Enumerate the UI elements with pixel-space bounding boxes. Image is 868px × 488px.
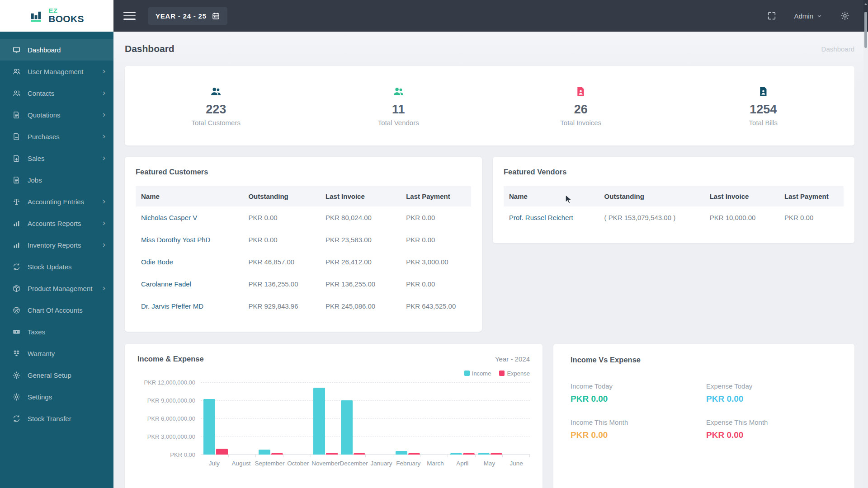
sidebar-item-user-management[interactable]: User Management › [0, 61, 113, 82]
fiscal-year-selector[interactable]: YEAR - 24 - 25 [148, 7, 227, 25]
y-axis-label: PKR 9,000,000.00 [147, 397, 195, 404]
sidebar-item-contacts[interactable]: Contacts › [0, 82, 113, 104]
sync-arrows-icon [12, 263, 21, 271]
sidebar-item-accounts-reports[interactable]: Accounts Reports › [0, 212, 113, 234]
calendar-icon [212, 12, 220, 20]
chevron-right-icon: › [103, 131, 105, 141]
x-axis-label: October [284, 460, 311, 467]
sidebar-item-sales[interactable]: Sales › [0, 147, 113, 169]
customer-link[interactable]: Nicholas Casper V [141, 214, 197, 221]
sidebar-item-label: Inventory Reports [28, 241, 81, 249]
table-header-row: Name Outstanding Last Invoice Last Payme… [504, 186, 844, 206]
gridline [201, 400, 530, 401]
chevron-right-icon: › [103, 283, 105, 293]
sidebar-item-general-setup[interactable]: General Setup [0, 364, 113, 386]
stat-value: 1254 [672, 103, 855, 117]
sidebar-item-label: Accounts Reports [28, 220, 81, 227]
table-row[interactable]: Prof. Russel Reichert ( PKR 153,079,543.… [504, 206, 844, 229]
column-header: Name [504, 186, 599, 206]
table-row[interactable]: Nicholas Casper V PKR 0.00 PKR 80,024.00… [136, 206, 471, 229]
app-window: EZ BOOKS Dashboard User Management › Con… [0, 0, 868, 488]
table-row[interactable]: Dr. Jarvis Pfeffer MD PKR 929,843.96 PKR… [136, 295, 471, 317]
legend-item-expense[interactable]: Expense [499, 370, 530, 377]
last-invoice-cell: PKR 80,024.00 [320, 206, 401, 229]
fullscreen-icon[interactable] [767, 11, 777, 21]
column-header: Last Invoice [320, 186, 401, 206]
sidebar-item-jobs[interactable]: Jobs [0, 169, 113, 191]
last-invoice-cell: PKR 136,255.00 [320, 273, 401, 295]
sidebar-item-chart-of-accounts[interactable]: Chart Of Accounts [0, 299, 113, 321]
sidebar-item-stock-transfer[interactable]: Stock Transfer [0, 408, 113, 429]
dropbox-icon [12, 349, 21, 358]
last-invoice-cell: PKR 26,412.00 [320, 251, 401, 273]
app-logo[interactable]: EZ BOOKS [0, 0, 113, 32]
customer-link[interactable]: Miss Dorothy Yost PhD [141, 236, 210, 244]
sidebar-item-label: User Management [28, 68, 83, 75]
bar-income [313, 388, 325, 455]
sidebar-item-product-management[interactable]: Product Management › [0, 277, 113, 299]
sidebar-item-warranty[interactable]: Warranty [0, 343, 113, 364]
menu-toggle-button[interactable] [123, 9, 136, 22]
sidebar-item-dashboard[interactable]: Dashboard [0, 39, 113, 61]
card-title: Featured Vendors [504, 168, 844, 176]
customer-link[interactable]: Dr. Jarvis Pfeffer MD [141, 302, 203, 310]
bar-expense [271, 453, 283, 455]
chevron-right-icon: › [103, 218, 105, 228]
vendor-link[interactable]: Prof. Russel Reichert [509, 214, 573, 221]
sidebar-item-label: Warranty [28, 350, 55, 357]
last-payment-cell: PKR 0.00 [401, 206, 471, 229]
logo-text-books: BOOKS [48, 14, 84, 24]
admin-menu[interactable]: Admin [794, 12, 823, 20]
sidebar-item-taxes[interactable]: Taxes [0, 321, 113, 343]
sidebar-item-label: Settings [28, 393, 52, 401]
sidebar-item-label: Stock Updates [28, 263, 72, 271]
customer-link[interactable]: Carolanne Fadel [141, 280, 191, 288]
x-axis-tick [420, 455, 420, 457]
customer-link[interactable]: Odie Bode [141, 258, 173, 266]
document-icon [12, 176, 21, 184]
chevron-right-icon: › [103, 110, 105, 120]
document-icon [12, 111, 21, 119]
expense-swatch [499, 371, 505, 376]
featured-vendors-card: Featured Vendors Name Outstanding Last I… [493, 157, 854, 243]
scroll-up-arrow-icon[interactable] [864, 3, 867, 5]
column-header: Last Payment [401, 186, 471, 206]
sidebar-item-accounting-entries[interactable]: Accounting Entries › [0, 191, 113, 212]
table-row[interactable]: Carolanne Fadel PKR 136,255.00 PKR 136,2… [136, 273, 471, 295]
x-axis-label: April [449, 460, 476, 467]
sidebar-item-inventory-reports[interactable]: Inventory Reports › [0, 234, 113, 256]
bar-expense [216, 449, 228, 455]
bar-income [478, 453, 490, 455]
aperture-icon [12, 306, 21, 314]
expense-today: Expense Today PKR 0.00 [706, 382, 842, 404]
fiscal-year-label: YEAR - 24 - 25 [156, 12, 207, 20]
sidebar-item-label: Sales [28, 155, 45, 162]
last-payment-cell: PKR 0.00 [779, 206, 844, 229]
last-payment-cell: PKR 0.00 [401, 229, 471, 251]
income-this-month: Income This Month PKR 0.00 [571, 418, 706, 440]
settings-gear-icon[interactable] [840, 11, 850, 21]
sidebar-item-quotations[interactable]: Quotations › [0, 104, 113, 126]
ive-label: Income This Month [571, 418, 706, 426]
expense-this-month: Expense This Month PKR 0.00 [706, 418, 842, 440]
last-invoice-cell: PKR 10,000.00 [704, 206, 779, 229]
scrollbar-thumb[interactable] [864, 12, 867, 48]
legend-item-income[interactable]: Income [464, 370, 491, 377]
bar-expense [354, 453, 365, 455]
chart-year-label: Year - 2024 [495, 355, 530, 363]
x-axis-label: January [368, 460, 395, 467]
stat-label: Total Bills [672, 119, 855, 127]
sidebar-item-purchases[interactable]: Purchases › [0, 126, 113, 147]
sidebar-item-settings[interactable]: Settings [0, 386, 113, 408]
sidebar-item-stock-updates[interactable]: Stock Updates [0, 256, 113, 277]
bar-expense [326, 453, 338, 455]
income-expense-card: Income & Expense Year - 2024 Income Expe… [125, 344, 542, 488]
x-axis-tick [311, 455, 311, 457]
table-row[interactable]: Odie Bode PKR 46,857.00 PKR 26,412.00 PK… [136, 251, 471, 273]
vertical-scrollbar[interactable] [863, 0, 868, 488]
y-axis: PKR 12,000,000.00PKR 9,000,000.00PKR 6,0… [137, 382, 201, 455]
x-axis-tick [502, 455, 503, 457]
table-row[interactable]: Miss Dorothy Yost PhD PKR 0.00 PKR 23,58… [136, 229, 471, 251]
sidebar-item-label: Purchases [28, 133, 60, 141]
last-payment-cell: PKR 3,000.00 [401, 251, 471, 273]
